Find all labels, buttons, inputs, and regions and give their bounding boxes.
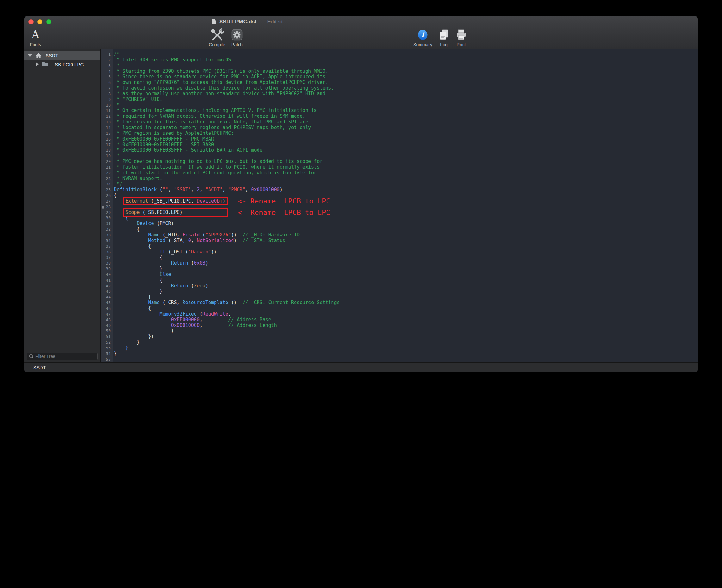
code-line-14[interactable]: * located in separate memory regions and… xyxy=(114,125,698,131)
code-line-11[interactable]: * On certain implementations, including … xyxy=(114,108,698,113)
code-line-21[interactable]: * faster initialisation. If we add it to… xyxy=(114,165,698,170)
window-header: SSDT-PMC.dsl — Edited A Fonts xyxy=(24,16,698,49)
code-line-51[interactable]: }) xyxy=(114,334,698,340)
line-number: 38 xyxy=(101,260,111,266)
code-line-7[interactable]: * To avoid confusion we disable this dev… xyxy=(114,85,698,91)
code-line-38[interactable]: Return (0x0B) xyxy=(114,260,698,266)
code-line-44[interactable]: } xyxy=(114,294,698,300)
code-line-16[interactable]: * 0xFE000000~0xFE00FFFF - PMC MBAR xyxy=(114,136,698,142)
code-line-36[interactable]: If (_OSI ("Darwin")) xyxy=(114,249,698,255)
code-line-2[interactable]: * Intel 300-series PMC support for macOS xyxy=(114,57,698,63)
code-line-5[interactable]: * Since there is no standard device for … xyxy=(114,74,698,80)
code-line-10[interactable]: * xyxy=(114,103,698,108)
code-line-54[interactable]: } xyxy=(114,351,698,357)
line-number: 19 xyxy=(101,153,111,159)
code-line-49[interactable]: 0x00010000, // Address Length xyxy=(114,323,698,329)
home-icon xyxy=(36,53,42,58)
code-line-1[interactable]: /* xyxy=(114,51,698,57)
code-line-37[interactable]: { xyxy=(114,255,698,260)
toolbar-compile-button[interactable]: Compile xyxy=(209,28,225,47)
code-line-46[interactable]: { xyxy=(114,306,698,311)
code-line-8[interactable]: * as they normally use another non-stand… xyxy=(114,91,698,97)
sidebar-item-ssdt[interactable]: SSDT xyxy=(24,51,100,60)
code-line-3[interactable]: * xyxy=(114,63,698,69)
code-line-47[interactable]: Memory32Fixed (ReadWrite, xyxy=(114,311,698,317)
code-line-6[interactable]: * own naming "APP9876" to access this de… xyxy=(114,80,698,85)
code-line-40[interactable]: Else xyxy=(114,272,698,277)
toolbar-log-label: Log xyxy=(439,42,449,47)
window-title-filename: SSDT-PMC.dsl xyxy=(219,19,256,25)
annotation-note-external: <- Rename LPCB to LPC xyxy=(238,197,330,205)
code-line-25[interactable]: DefinitionBlock ("", "SSDT", 2, "ACDT", … xyxy=(114,187,698,193)
zoom-window-button[interactable] xyxy=(46,19,51,24)
line-number: 15 xyxy=(101,131,111,136)
print-icon xyxy=(455,29,467,41)
line-number: 24 xyxy=(101,181,111,187)
code-line-18[interactable]: * 0xFE020000~0xFE035FFF - SerialIo BAR i… xyxy=(114,147,698,153)
code-line-12[interactable]: * required for NVRAM access. Otherwise i… xyxy=(114,113,698,119)
toolbar-log-button[interactable]: Log xyxy=(439,28,449,47)
line-number: 34 xyxy=(101,238,111,244)
patch-gear-icon xyxy=(231,29,243,41)
code-line-32[interactable]: { xyxy=(114,227,698,232)
code-line-23[interactable]: * NVRAM support. xyxy=(114,176,698,182)
disclosure-down-icon[interactable] xyxy=(28,54,32,57)
line-number: 36 xyxy=(101,249,111,255)
code-line-43[interactable]: } xyxy=(114,289,698,294)
annotation-box-scope xyxy=(123,208,228,217)
code-line-53[interactable]: } xyxy=(114,345,698,351)
toolbar-patch-label: Patch xyxy=(231,42,243,47)
code-line-17[interactable]: * 0xFE010000~0xFE010FFF - SPI BAR0 xyxy=(114,142,698,148)
code-line-31[interactable]: Device (PMCR) xyxy=(114,221,698,227)
code-line-35[interactable]: { xyxy=(114,244,698,249)
minimize-window-button[interactable] xyxy=(37,19,42,24)
line-number: 1 xyxy=(101,51,111,57)
code-line-50[interactable]: ) xyxy=(114,328,698,334)
main-content: SSDT _SB.PCI0.LPC xyxy=(24,49,698,362)
code-line-19[interactable]: * xyxy=(114,153,698,159)
code-line-34[interactable]: Method (_STA, 0, NotSerialized) // _STA:… xyxy=(114,238,698,244)
close-window-button[interactable] xyxy=(28,19,34,24)
code-line-48[interactable]: 0xFE000000, // Address Base xyxy=(114,317,698,323)
code-line-9[interactable]: * "PCHRESV" UID. xyxy=(114,97,698,103)
line-number: 25 xyxy=(101,187,111,193)
line-number: 55 xyxy=(101,357,111,362)
toolbar-fonts-button[interactable]: A Fonts xyxy=(30,28,41,47)
document-proxy-icon xyxy=(212,19,217,25)
compile-tools-icon xyxy=(210,28,224,41)
code-area[interactable]: /* * Intel 300-series PMC support for ma… xyxy=(113,49,698,362)
line-number: 4 xyxy=(101,69,111,75)
code-line-52[interactable]: } xyxy=(114,340,698,345)
code-line-42[interactable]: Return (Zero) xyxy=(114,283,698,289)
code-editor[interactable]: 1234567891011121314151617181920212223242… xyxy=(101,49,698,362)
code-line-22[interactable]: * it will start in the end of PCI config… xyxy=(114,170,698,176)
toolbar: A Fonts Compile xyxy=(24,28,698,49)
code-line-41[interactable]: { xyxy=(114,277,698,283)
toolbar-patch-button[interactable]: Patch xyxy=(231,28,243,47)
line-number: 48 xyxy=(101,317,111,323)
code-line-20[interactable]: * PMC device has nothing to do to LPC bu… xyxy=(114,159,698,165)
line-number: 49 xyxy=(101,323,111,329)
code-line-24[interactable]: */ xyxy=(114,181,698,187)
code-line-15[interactable]: * PMC region is used by AppleIntelPCHPMC… xyxy=(114,131,698,136)
code-line-55[interactable] xyxy=(114,357,698,362)
sidebar-item-sb-pci0-lpc[interactable]: _SB.PCI0.LPC xyxy=(24,60,100,69)
sidebar-item-lpc-label: _SB.PCI0.LPC xyxy=(52,62,84,67)
code-line-39[interactable]: } xyxy=(114,266,698,272)
folder-icon xyxy=(42,62,48,67)
toolbar-print-button[interactable]: Print xyxy=(455,28,467,47)
window-title-edited: — Edited xyxy=(259,19,282,25)
line-number: 30 xyxy=(101,215,111,221)
filter-tree-input[interactable] xyxy=(36,354,95,359)
line-number: 12 xyxy=(101,113,111,119)
code-line-4[interactable]: * Starting from Z390 chipsets PMC (D31:F… xyxy=(114,69,698,75)
line-number: 11 xyxy=(101,108,111,113)
line-number: 31 xyxy=(101,221,111,227)
line-number: 41 xyxy=(101,277,111,283)
toolbar-summary-button[interactable]: i Summary xyxy=(413,28,432,47)
code-line-33[interactable]: Name (_HID, EisaId ("APP9876")) // _HID:… xyxy=(114,232,698,238)
annotation-note-scope: <- Rename LPCB to LPC xyxy=(238,208,330,217)
code-line-45[interactable]: Name (_CRS, ResourceTemplate () // _CRS:… xyxy=(114,300,698,306)
code-line-13[interactable]: * The reason for this is rather unclear.… xyxy=(114,119,698,125)
disclosure-right-icon[interactable] xyxy=(36,62,39,66)
